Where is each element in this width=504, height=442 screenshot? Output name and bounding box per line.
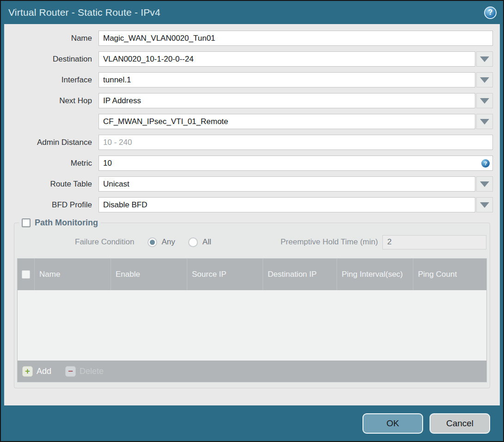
route-table-input[interactable]: [98, 176, 475, 192]
failure-condition-all-label: All: [203, 237, 211, 247]
table-header-row: Name Enable Source IP Destination IP Pin…: [18, 259, 486, 290]
interface-row: Interface: [4, 72, 500, 87]
bfd-profile-input[interactable]: [98, 197, 475, 212]
table-toolbar: + Add − Delete: [18, 361, 486, 382]
add-button-label: Add: [37, 367, 51, 376]
add-button[interactable]: + Add: [22, 366, 51, 377]
next-hop-address-dropdown-button[interactable]: [476, 114, 493, 129]
name-input[interactable]: [98, 31, 493, 46]
failure-condition-any-radio[interactable]: [148, 237, 157, 247]
route-table-row: Route Table: [4, 176, 500, 192]
bfd-profile-dropdown-button[interactable]: [476, 197, 493, 212]
destination-row: Destination: [4, 51, 500, 67]
cancel-button[interactable]: Cancel: [430, 413, 490, 434]
preemptive-hold-time-label: Preemptive Hold Time (min): [281, 237, 378, 247]
plus-icon: +: [22, 366, 33, 377]
header-enable[interactable]: Enable: [111, 259, 187, 290]
admin-distance-row: Admin Distance: [4, 135, 500, 150]
bfd-profile-label: BFD Profile: [4, 200, 98, 210]
chevron-down-icon: [480, 181, 489, 187]
failure-condition-row: Failure Condition Any All Preemptive Hol…: [17, 234, 487, 250]
metric-label: Metric: [4, 159, 98, 168]
select-all-checkbox[interactable]: [22, 270, 30, 279]
dialog-titlebar: Virtual Router - Static Route - IPv4 ?: [1, 1, 503, 24]
metric-row: Metric ?: [4, 156, 500, 171]
path-monitoring-checkbox[interactable]: [22, 218, 31, 227]
header-source-ip[interactable]: Source IP: [187, 259, 263, 290]
failure-condition-any-label: Any: [162, 237, 175, 247]
preemptive-hold-time-input[interactable]: [382, 235, 486, 249]
dialog-content: Name Destination Interface Next Hop: [4, 24, 500, 405]
path-monitoring-table: Name Enable Source IP Destination IP Pin…: [17, 258, 487, 382]
metric-input[interactable]: [98, 156, 493, 171]
destination-label: Destination: [4, 55, 98, 64]
header-select-all-cell: [18, 259, 35, 290]
destination-input[interactable]: [98, 51, 475, 67]
ok-button[interactable]: OK: [363, 413, 423, 434]
chevron-down-icon: [480, 119, 489, 125]
next-hop-row: Next Hop: [4, 93, 500, 108]
failure-condition-all-radio[interactable]: [188, 237, 198, 247]
path-monitoring-legend: Path Monitoring: [19, 218, 101, 228]
chevron-down-icon: [480, 202, 489, 208]
table-body-empty: [18, 290, 486, 361]
admin-distance-label: Admin Distance: [4, 138, 98, 147]
next-hop-type-input[interactable]: [98, 93, 475, 108]
dialog-title: Virtual Router - Static Route - IPv4: [8, 7, 484, 18]
minus-icon: −: [65, 366, 76, 377]
header-name[interactable]: Name: [35, 259, 111, 290]
chevron-down-icon: [480, 98, 489, 104]
help-icon[interactable]: ?: [484, 6, 497, 19]
next-hop-type-dropdown-button[interactable]: [476, 93, 493, 108]
header-destination-ip[interactable]: Destination IP: [263, 259, 337, 290]
name-label: Name: [4, 34, 98, 43]
radio-dot: [191, 240, 196, 245]
header-ping-count[interactable]: Ping Count: [413, 259, 486, 290]
path-monitoring-title: Path Monitoring: [35, 218, 98, 228]
bfd-profile-row: BFD Profile: [4, 197, 500, 212]
metric-info-icon[interactable]: ?: [481, 159, 490, 168]
admin-distance-input[interactable]: [98, 135, 493, 150]
failure-condition-label: Failure Condition: [75, 237, 135, 247]
next-hop-address-row: [4, 114, 500, 129]
route-table-dropdown-button[interactable]: [476, 176, 493, 192]
next-hop-address-input[interactable]: [98, 114, 475, 129]
chevron-down-icon: [480, 77, 489, 83]
delete-button[interactable]: − Delete: [65, 366, 104, 377]
path-monitoring-section: Path Monitoring Failure Condition Any Al…: [14, 218, 490, 388]
delete-button-label: Delete: [80, 367, 104, 376]
destination-dropdown-button[interactable]: [476, 51, 493, 67]
interface-dropdown-button[interactable]: [476, 72, 493, 87]
chevron-down-icon: [480, 56, 489, 62]
name-row: Name: [4, 31, 500, 46]
next-hop-label: Next Hop: [4, 96, 98, 106]
radio-dot: [150, 240, 155, 245]
dialog-footer: OK Cancel: [1, 405, 503, 441]
header-ping-interval[interactable]: Ping Interval(sec): [337, 259, 413, 290]
interface-input[interactable]: [98, 72, 475, 87]
interface-label: Interface: [4, 75, 98, 85]
static-route-dialog: Virtual Router - Static Route - IPv4 ? N…: [0, 0, 504, 442]
route-table-label: Route Table: [4, 180, 98, 189]
